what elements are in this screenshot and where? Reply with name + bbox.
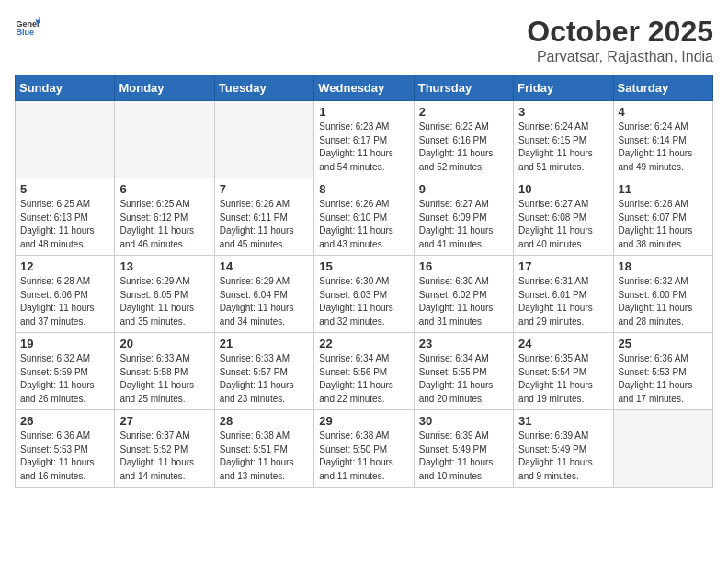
day-number: 25 — [619, 337, 708, 350]
calendar-table: Sunday Monday Tuesday Wednesday Thursday… — [15, 75, 713, 488]
day-number: 5 — [20, 182, 109, 196]
table-row: 7Sunrise: 6:26 AM Sunset: 6:11 PM Daylig… — [214, 178, 313, 256]
day-info: Sunrise: 6:28 AM Sunset: 6:06 PM Dayligh… — [20, 275, 109, 328]
day-info: Sunrise: 6:34 AM Sunset: 5:55 PM Dayligh… — [419, 352, 508, 406]
table-row: 16Sunrise: 6:30 AM Sunset: 6:02 PM Dayli… — [414, 256, 513, 333]
table-row: 27Sunrise: 6:37 AM Sunset: 5:52 PM Dayli… — [115, 410, 214, 488]
day-number: 22 — [319, 337, 408, 350]
calendar-week-row: 26Sunrise: 6:36 AM Sunset: 5:53 PM Dayli… — [16, 410, 713, 488]
table-row — [115, 101, 214, 178]
table-row: 31Sunrise: 6:39 AM Sunset: 5:49 PM Dayli… — [514, 410, 613, 488]
day-info: Sunrise: 6:30 AM Sunset: 6:02 PM Dayligh… — [419, 275, 508, 328]
day-number: 27 — [119, 414, 209, 428]
table-row: 30Sunrise: 6:39 AM Sunset: 5:49 PM Dayli… — [414, 410, 513, 488]
day-info: Sunrise: 6:38 AM Sunset: 5:50 PM Dayligh… — [319, 430, 408, 483]
table-row: 1Sunrise: 6:23 AM Sunset: 6:17 PM Daylig… — [314, 101, 414, 178]
table-row: 2Sunrise: 6:23 AM Sunset: 6:16 PM Daylig… — [414, 101, 513, 178]
calendar-week-row: 19Sunrise: 6:32 AM Sunset: 5:59 PM Dayli… — [16, 333, 713, 410]
day-info: Sunrise: 6:29 AM Sunset: 6:04 PM Dayligh… — [220, 275, 309, 328]
day-number: 16 — [419, 259, 508, 273]
day-number: 19 — [20, 337, 109, 350]
page-header: General Blue October 2025 Parvatsar, Raj… — [15, 15, 713, 65]
day-info: Sunrise: 6:27 AM Sunset: 6:08 PM Dayligh… — [518, 198, 608, 251]
header-wednesday: Wednesday — [314, 75, 414, 101]
day-number: 15 — [319, 259, 408, 273]
table-row — [16, 101, 115, 178]
day-info: Sunrise: 6:24 AM Sunset: 6:15 PM Dayligh… — [518, 121, 608, 174]
title-area: October 2025 Parvatsar, Rajasthan, India — [527, 15, 713, 65]
calendar-week-row: 5Sunrise: 6:25 AM Sunset: 6:13 PM Daylig… — [16, 178, 713, 256]
day-info: Sunrise: 6:23 AM Sunset: 6:17 PM Dayligh… — [319, 121, 408, 174]
table-row — [214, 101, 313, 178]
day-number: 7 — [220, 182, 309, 196]
table-row: 9Sunrise: 6:27 AM Sunset: 6:09 PM Daylig… — [414, 178, 513, 256]
day-info: Sunrise: 6:39 AM Sunset: 5:49 PM Dayligh… — [518, 430, 608, 483]
table-row: 6Sunrise: 6:25 AM Sunset: 6:12 PM Daylig… — [115, 178, 214, 256]
day-number: 23 — [419, 337, 508, 350]
day-info: Sunrise: 6:25 AM Sunset: 6:13 PM Dayligh… — [20, 198, 109, 251]
day-info: Sunrise: 6:37 AM Sunset: 5:52 PM Dayligh… — [119, 430, 209, 483]
table-row: 15Sunrise: 6:30 AM Sunset: 6:03 PM Dayli… — [314, 256, 414, 333]
day-info: Sunrise: 6:27 AM Sunset: 6:09 PM Dayligh… — [419, 198, 508, 251]
header-friday: Friday — [514, 75, 613, 101]
day-number: 26 — [20, 414, 109, 428]
day-info: Sunrise: 6:31 AM Sunset: 6:01 PM Dayligh… — [518, 275, 608, 328]
header-saturday: Saturday — [613, 75, 712, 101]
table-row: 5Sunrise: 6:25 AM Sunset: 6:13 PM Daylig… — [16, 178, 115, 256]
header-monday: Monday — [115, 75, 214, 101]
day-info: Sunrise: 6:25 AM Sunset: 6:12 PM Dayligh… — [119, 198, 209, 251]
day-info: Sunrise: 6:29 AM Sunset: 6:05 PM Dayligh… — [119, 275, 209, 328]
table-row: 19Sunrise: 6:32 AM Sunset: 5:59 PM Dayli… — [16, 333, 115, 410]
day-number: 29 — [319, 414, 408, 428]
day-number: 10 — [518, 182, 608, 196]
header-tuesday: Tuesday — [214, 75, 313, 101]
day-number: 4 — [619, 105, 708, 119]
table-row: 28Sunrise: 6:38 AM Sunset: 5:51 PM Dayli… — [214, 410, 313, 488]
table-row: 12Sunrise: 6:28 AM Sunset: 6:06 PM Dayli… — [16, 256, 115, 333]
day-info: Sunrise: 6:36 AM Sunset: 5:53 PM Dayligh… — [619, 352, 708, 406]
table-row: 23Sunrise: 6:34 AM Sunset: 5:55 PM Dayli… — [414, 333, 513, 410]
day-info: Sunrise: 6:33 AM Sunset: 5:58 PM Dayligh… — [119, 352, 209, 406]
table-row: 13Sunrise: 6:29 AM Sunset: 6:05 PM Dayli… — [115, 256, 214, 333]
svg-text:Blue: Blue — [16, 28, 34, 37]
weekday-header-row: Sunday Monday Tuesday Wednesday Thursday… — [16, 75, 713, 101]
calendar-week-row: 12Sunrise: 6:28 AM Sunset: 6:06 PM Dayli… — [16, 256, 713, 333]
day-info: Sunrise: 6:26 AM Sunset: 6:10 PM Dayligh… — [319, 198, 408, 251]
table-row: 21Sunrise: 6:33 AM Sunset: 5:57 PM Dayli… — [214, 333, 313, 410]
day-number: 20 — [119, 337, 209, 350]
calendar-week-row: 1Sunrise: 6:23 AM Sunset: 6:17 PM Daylig… — [16, 101, 713, 178]
day-info: Sunrise: 6:33 AM Sunset: 5:57 PM Dayligh… — [220, 352, 309, 406]
logo: General Blue — [15, 15, 40, 40]
day-number: 3 — [518, 105, 608, 119]
day-info: Sunrise: 6:35 AM Sunset: 5:54 PM Dayligh… — [518, 352, 608, 406]
day-number: 8 — [319, 182, 408, 196]
table-row: 24Sunrise: 6:35 AM Sunset: 5:54 PM Dayli… — [514, 333, 613, 410]
day-info: Sunrise: 6:39 AM Sunset: 5:49 PM Dayligh… — [419, 430, 508, 483]
day-number: 2 — [419, 105, 508, 119]
day-number: 17 — [518, 259, 608, 273]
table-row: 8Sunrise: 6:26 AM Sunset: 6:10 PM Daylig… — [314, 178, 414, 256]
day-info: Sunrise: 6:24 AM Sunset: 6:14 PM Dayligh… — [619, 121, 708, 174]
day-number: 14 — [220, 259, 309, 273]
table-row: 11Sunrise: 6:28 AM Sunset: 6:07 PM Dayli… — [613, 178, 712, 256]
day-number: 9 — [419, 182, 508, 196]
day-info: Sunrise: 6:23 AM Sunset: 6:16 PM Dayligh… — [419, 121, 508, 174]
day-number: 21 — [220, 337, 309, 350]
day-info: Sunrise: 6:32 AM Sunset: 6:00 PM Dayligh… — [619, 275, 708, 328]
day-number: 24 — [518, 337, 608, 350]
day-info: Sunrise: 6:38 AM Sunset: 5:51 PM Dayligh… — [220, 430, 309, 483]
day-number: 1 — [319, 105, 408, 119]
day-info: Sunrise: 6:30 AM Sunset: 6:03 PM Dayligh… — [319, 275, 408, 328]
day-number: 11 — [619, 182, 708, 196]
day-number: 6 — [119, 182, 209, 196]
table-row: 26Sunrise: 6:36 AM Sunset: 5:53 PM Dayli… — [16, 410, 115, 488]
table-row: 14Sunrise: 6:29 AM Sunset: 6:04 PM Dayli… — [214, 256, 313, 333]
calendar-subtitle: Parvatsar, Rajasthan, India — [527, 49, 713, 65]
table-row: 25Sunrise: 6:36 AM Sunset: 5:53 PM Dayli… — [613, 333, 712, 410]
day-number: 31 — [518, 414, 608, 428]
logo-icon: General Blue — [15, 15, 40, 40]
table-row: 17Sunrise: 6:31 AM Sunset: 6:01 PM Dayli… — [514, 256, 613, 333]
table-row: 4Sunrise: 6:24 AM Sunset: 6:14 PM Daylig… — [613, 101, 712, 178]
table-row: 20Sunrise: 6:33 AM Sunset: 5:58 PM Dayli… — [115, 333, 214, 410]
day-number: 30 — [419, 414, 508, 428]
